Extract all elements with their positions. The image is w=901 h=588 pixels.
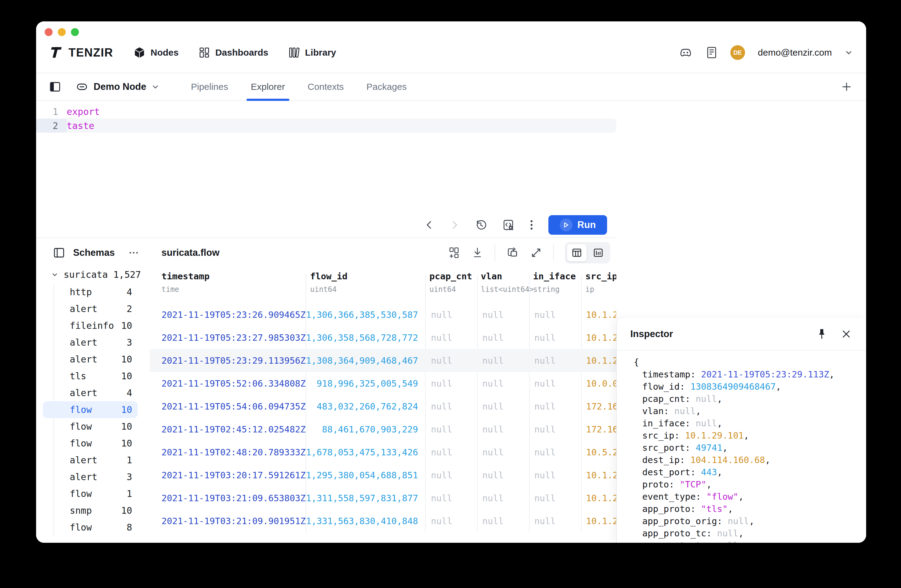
schema-item[interactable]: flow 8 <box>36 519 150 536</box>
forward-icon[interactable] <box>449 220 460 230</box>
brand-logo[interactable]: TENZIR <box>49 45 113 60</box>
table-row[interactable]: 2021-11-19T05:54:06.094735Z483,032,260,7… <box>150 395 616 418</box>
schema-item-count: 1 <box>126 488 132 499</box>
copy-pipeline-icon[interactable] <box>506 246 519 259</box>
schema-item[interactable]: alert 3 <box>36 334 150 351</box>
cell-vlan: null <box>482 401 504 412</box>
table-row[interactable]: 2021-11-19T03:20:17.591261Z1,295,380,054… <box>150 464 616 487</box>
inspector-line: proto: "TCP", <box>634 478 866 490</box>
history-icon[interactable] <box>474 219 487 231</box>
schema-item-name: fileinfo <box>70 320 114 331</box>
column-header-flow-id[interactable]: flow_iduint64 <box>310 271 348 294</box>
table-view-button[interactable] <box>567 244 587 261</box>
schema-item[interactable]: flow 1 <box>36 485 150 502</box>
tenzir-logo-icon <box>49 45 63 60</box>
cell-src_ip: 10.1.2 <box>586 516 616 526</box>
avatar[interactable]: DE <box>730 45 745 60</box>
pin-icon[interactable] <box>818 328 826 340</box>
close-window-button[interactable] <box>45 28 53 36</box>
tab-packages[interactable]: Packages <box>366 73 407 100</box>
close-icon[interactable] <box>841 329 851 339</box>
schema-item-count: 10 <box>121 438 132 449</box>
schemas-header: Schemas <box>36 238 150 259</box>
run-button[interactable]: Run <box>549 215 607 235</box>
minimize-window-button[interactable] <box>58 28 66 36</box>
schema-item[interactable]: alert 2 <box>36 300 150 317</box>
cell-src_ip: 10.0.0 <box>586 378 616 389</box>
schema-root[interactable]: suricata 1,527 <box>36 269 150 280</box>
schema-item[interactable]: alert 10 <box>36 351 150 368</box>
schema-item[interactable]: tls 10 <box>36 368 150 384</box>
schema-item[interactable]: flow 10 <box>43 401 138 418</box>
schema-item-name: alert <box>70 354 97 365</box>
tab-explorer[interactable]: Explorer <box>251 73 285 100</box>
inspector-line: dest_port: 443, <box>634 466 866 478</box>
add-tab-button[interactable] <box>840 81 853 93</box>
inspector-line: { <box>634 356 866 368</box>
back-icon[interactable] <box>424 220 435 230</box>
tab-pipelines[interactable]: Pipelines <box>191 73 228 100</box>
chart-view-button[interactable] <box>588 244 608 261</box>
zoom-window-button[interactable] <box>71 28 79 36</box>
schema-item-name: http <box>70 287 92 297</box>
table-title: suricata.flow <box>162 247 220 258</box>
schema-item-name: alert <box>70 471 97 482</box>
cell-vlan: null <box>482 493 504 503</box>
discord-icon[interactable] <box>679 46 692 59</box>
table-row[interactable]: 2021-11-19T05:23:27.985303Z1,306,358,568… <box>150 326 616 349</box>
schema-item-count: 1 <box>126 455 132 465</box>
schema-item-count: 10 <box>121 505 132 516</box>
schema-item[interactable]: http 4 <box>36 284 150 300</box>
expand-icon[interactable] <box>530 247 542 259</box>
table-row[interactable]: 2021-11-19T05:23:26.909465Z1,306,366,385… <box>150 303 616 326</box>
schema-item-count: 2 <box>126 303 132 314</box>
docs-icon[interactable] <box>705 46 717 59</box>
kebab-menu-icon[interactable] <box>529 219 534 231</box>
column-header-in-iface[interactable]: in_ifacestring <box>533 271 576 294</box>
cell-flow_id: 1,678,053,475,133,426 <box>306 447 418 457</box>
table-row[interactable]: 2021-11-19T05:52:06.334808Z918,996,325,0… <box>150 372 616 395</box>
table-row[interactable]: 2021-11-19T03:21:09.901951Z1,331,563,830… <box>150 509 616 532</box>
cell-in_iface: null <box>534 424 556 435</box>
cell-timestamp: 2021-11-19T05:23:29.113956Z <box>162 355 306 366</box>
cell-flow_id: 88,461,670,903,229 <box>306 424 418 435</box>
chevron-down-icon[interactable] <box>845 48 853 56</box>
cell-flow_id: 918,996,325,005,549 <box>306 378 418 389</box>
column-header-pcap-cnt[interactable]: pcap_cntuint64 <box>429 271 472 294</box>
cell-vlan: null <box>482 447 504 457</box>
nav-item-library[interactable]: Library <box>288 47 336 58</box>
pipeline-editor[interactable]: 1 export 2 taste <box>36 101 616 215</box>
add-to-dashboard-icon[interactable] <box>448 247 460 259</box>
schema-item-name: alert <box>70 387 97 398</box>
ellipsis-icon[interactable] <box>128 251 139 255</box>
schema-item[interactable]: flow 10 <box>36 435 150 452</box>
inspector-line: src_ip: 10.1.29.101, <box>634 429 866 442</box>
nav-item-dashboards[interactable]: Dashboards <box>199 47 268 58</box>
node-picker[interactable]: Demo Node <box>76 81 159 93</box>
schema-item[interactable]: alert 3 <box>36 468 150 485</box>
table-row[interactable]: 2021-11-19T03:21:09.653803Z1,311,558,597… <box>150 487 616 509</box>
panel-toggle-icon[interactable] <box>53 247 65 259</box>
nav-item-nodes[interactable]: Nodes <box>133 47 179 59</box>
schema-item[interactable]: flow 10 <box>36 418 150 435</box>
table-row[interactable]: 2021-11-19T05:23:29.113956Z1,308,364,909… <box>150 349 616 372</box>
cell-vlan: null <box>482 333 504 343</box>
schema-item[interactable]: alert 1 <box>36 452 150 468</box>
schema-item[interactable]: fileinfo 10 <box>36 317 150 334</box>
table-row[interactable]: 2021-11-19T02:48:20.789333Z1,678,053,475… <box>150 441 616 464</box>
column-header-timestamp[interactable]: timestamptime <box>162 271 209 294</box>
column-header-src-ip[interactable]: src_ipip <box>585 271 616 294</box>
cell-timestamp: 2021-11-19T05:52:06.334808Z <box>162 378 306 389</box>
editor-code: taste <box>67 120 94 131</box>
sidebar-toggle-icon[interactable] <box>49 81 61 93</box>
cell-in_iface: null <box>534 310 556 320</box>
code-search-icon[interactable] <box>502 219 515 231</box>
column-header-vlan[interactable]: vlanlist<uint64> <box>481 271 534 294</box>
tab-contexts[interactable]: Contexts <box>308 73 344 100</box>
schema-item-name: flow <box>70 488 92 499</box>
table-row[interactable]: 2021-11-19T02:45:12.025482Z88,461,670,90… <box>150 418 616 441</box>
schema-item[interactable]: snmp 10 <box>36 502 150 519</box>
download-icon[interactable] <box>471 247 483 259</box>
schema-item[interactable]: alert 4 <box>36 384 150 401</box>
cell-flow_id: 483,032,260,762,824 <box>306 401 418 412</box>
